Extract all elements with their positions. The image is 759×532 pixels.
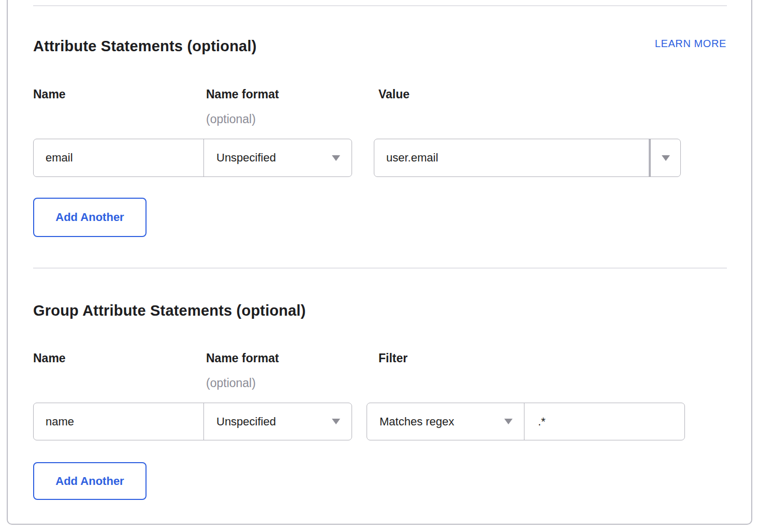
top-divider [33, 5, 727, 6]
group-name-and-format-group: Unspecified [33, 403, 352, 440]
dropdown-arrow-icon [332, 155, 340, 161]
attr-value-column-header: Value [378, 87, 410, 101]
attribute-statements-title: Attribute Statements (optional) [33, 38, 257, 55]
group-filter-type-select[interactable]: Matches regex [367, 403, 524, 440]
attr-value-group [374, 139, 681, 177]
attr-name-column-header: Name [33, 87, 66, 101]
attr-name-format-optional-label: (optional) [206, 112, 256, 126]
group-name-format-column-header: Name format [206, 351, 279, 365]
attr-name-and-format-group: Unspecified [33, 139, 352, 177]
attr-add-another-button[interactable]: Add Another [33, 198, 147, 237]
learn-more-link[interactable]: LEARN MORE [655, 38, 726, 50]
group-name-format-select[interactable]: Unspecified [204, 403, 352, 440]
group-add-another-button[interactable]: Add Another [33, 462, 147, 500]
group-attribute-statements-title: Group Attribute Statements (optional) [33, 302, 306, 319]
group-name-format-optional-label: (optional) [206, 376, 256, 390]
dropdown-arrow-icon [332, 419, 340, 424]
attr-value-dropdown-button[interactable] [651, 139, 680, 176]
dropdown-arrow-icon [662, 155, 670, 161]
attr-name-format-column-header: Name format [206, 87, 279, 101]
group-name-format-selected-value: Unspecified [216, 415, 276, 428]
attr-value-input[interactable] [374, 139, 649, 176]
group-filter-value-input[interactable] [524, 403, 684, 440]
attr-name-input[interactable] [34, 139, 203, 176]
group-filter-type-selected-value: Matches regex [380, 415, 454, 428]
group-name-input[interactable] [34, 403, 203, 440]
dropdown-arrow-icon [504, 419, 513, 424]
group-filter-column-header: Filter [378, 351, 407, 365]
attr-name-format-select[interactable]: Unspecified [204, 139, 352, 176]
attr-name-format-selected-value: Unspecified [216, 151, 276, 165]
section-divider [33, 268, 727, 269]
settings-card [7, 0, 752, 525]
group-name-column-header: Name [33, 351, 66, 365]
group-filter-group: Matches regex [367, 403, 685, 440]
